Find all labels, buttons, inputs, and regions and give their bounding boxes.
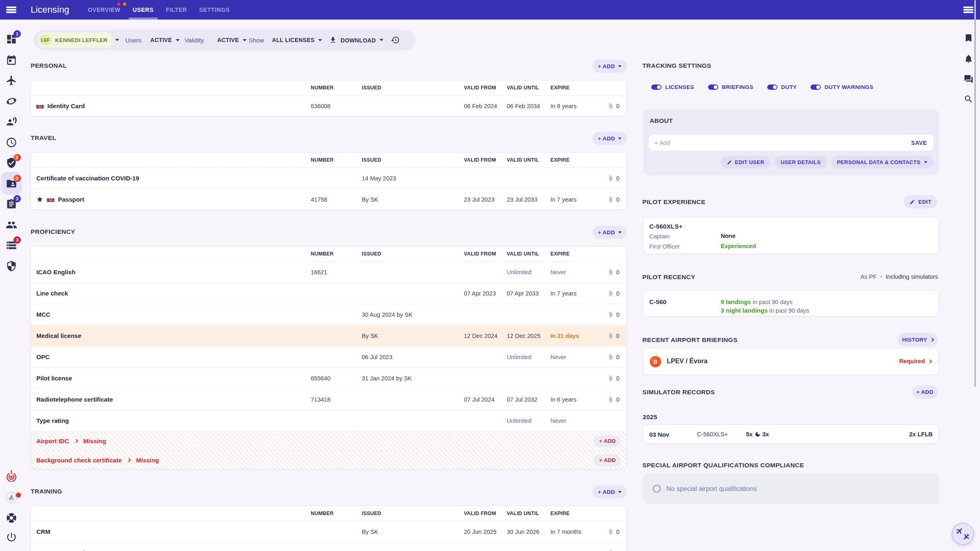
show-filter-label[interactable]: Show — [249, 37, 264, 44]
training-add-button[interactable]: + ADD — [592, 485, 627, 498]
tab-settings[interactable]: SETTINGS — [199, 0, 230, 20]
toggle-briefings[interactable]: BRIEFINGS — [708, 84, 753, 90]
overview-status-dots-icon — [117, 2, 126, 6]
user-chip[interactable]: LEF KENNEDI LEFFLER — [38, 32, 113, 48]
tab-users[interactable]: USERS — [133, 0, 154, 20]
bookmark-icon[interactable] — [964, 33, 973, 43]
attachments-cell[interactable]: 0 — [608, 175, 626, 182]
pilot-experience-edit-button[interactable]: EDIT — [904, 195, 937, 209]
as-pf-label[interactable]: As PF — [860, 273, 876, 280]
including-simulators-label[interactable]: Including simulators — [886, 273, 938, 280]
attachments-cell[interactable]: 0 — [608, 333, 626, 339]
about-input[interactable] — [649, 140, 911, 146]
attachments-cell[interactable]: 0 — [608, 529, 626, 535]
sidebar-item-alerts[interactable] — [6, 470, 17, 482]
sidebar-item-tasks[interactable]: 3 — [6, 198, 17, 210]
toggle-duty-warnings[interactable]: DUTY WARNINGS — [811, 84, 873, 90]
history-button[interactable]: HISTORY — [898, 333, 938, 347]
caret-down-icon — [924, 161, 927, 163]
table-row[interactable]: Pilot license 655640 31 Jan 2024 by SK 0 — [31, 367, 626, 389]
attachments-cell[interactable]: 0 — [608, 375, 626, 382]
sidebar-item-compliance[interactable]: 2 — [6, 157, 17, 169]
missing-license-row[interactable]: Airport IDCMissing + ADD — [31, 431, 626, 450]
table-row[interactable]: Type rating Unlimited Never — [31, 410, 626, 431]
user-details-button[interactable]: USER DETAILS — [775, 156, 827, 168]
sidebar-item-briefing[interactable] — [6, 116, 17, 127]
attachments-cell[interactable]: 0 — [608, 196, 626, 203]
download-button[interactable]: DOWNLOAD — [329, 36, 383, 44]
tab-overview[interactable]: OVERVIEW — [88, 0, 120, 20]
section-title-training: TRAINING — [31, 488, 62, 495]
proficiency-table: NUMBER ISSUED VALID FROM VALID UNTIL EXP… — [31, 246, 627, 469]
travel-add-button[interactable]: + ADD — [592, 132, 627, 145]
table-row[interactable]: OPC 06 Jul 2023 Unlimited Never 0 — [31, 346, 626, 367]
missing-add-button[interactable]: + ADD — [594, 454, 621, 467]
proficiency-add-button[interactable]: + ADD — [592, 226, 627, 239]
records-badge: 3 — [13, 236, 21, 244]
users-filter-label[interactable]: Users — [125, 37, 141, 44]
menu-icon[interactable] — [6, 7, 16, 13]
save-button[interactable]: SAVE — [911, 140, 927, 146]
tab-filter[interactable]: FILTER — [166, 0, 187, 20]
users-status-select[interactable]: ACTIVE — [150, 37, 180, 43]
validity-filter-label[interactable]: Validity — [185, 37, 204, 44]
table-row[interactable]: Line check 07 Apr 2023 07 Apr 2033 In 7 … — [31, 282, 626, 304]
compare-flights-fab[interactable] — [952, 523, 974, 545]
simulator-record-card[interactable]: 03 Nov C-560XLS+ 5x 3x 2x LFLB — [643, 424, 939, 444]
toggle-duty[interactable]: DUTY — [767, 84, 797, 90]
simulator-add-button[interactable]: + ADD — [912, 385, 938, 399]
sidebar-item-logout[interactable] — [6, 531, 17, 543]
scrollbar-thumb[interactable] — [974, 0, 976, 387]
airport-briefing-card[interactable]: B LPEV / Évora Required — [643, 348, 939, 375]
table-row[interactable]: CRM By SK 20 Jun 2025 30 Jun 2026 In 7 m… — [31, 521, 626, 542]
notifications-icon[interactable] — [964, 54, 973, 64]
messages-icon[interactable] — [964, 74, 973, 84]
table-row[interactable]: Identity Card 636008 06 Feb 2024 06 Feb … — [31, 95, 626, 116]
search-icon[interactable] — [964, 94, 973, 104]
attachments-cell[interactable]: 0 — [608, 269, 626, 276]
sidebar-item-help[interactable] — [6, 512, 17, 524]
history-icon[interactable] — [391, 36, 400, 44]
edit-user-button[interactable]: EDIT USER — [721, 156, 771, 168]
personal-add-button[interactable]: + ADD — [592, 60, 627, 73]
sidebar-item-routes[interactable] — [6, 96, 17, 107]
missing-license-row[interactable]: Background check certificateMissing + AD… — [31, 450, 626, 469]
table-row[interactable]: Certificate of vaccination COVID-19 14 M… — [31, 167, 626, 189]
table-row[interactable]: Radiotelephone certificate 713418 07 Jul… — [31, 389, 626, 410]
sidebar-item-dashboard[interactable]: 1 — [6, 33, 17, 45]
attachments-cell[interactable]: 0 — [608, 103, 626, 109]
table-row[interactable]: Dangerous goods By SK 02 Nov 2024 30 Nov… — [31, 542, 626, 551]
sidebar-item-licensing[interactable]: 3 — [6, 178, 17, 189]
toggle-licenses[interactable]: LICENSES — [651, 84, 694, 90]
attachments-cell[interactable]: 0 — [608, 396, 626, 403]
qualifications-empty-text: No special airport qualifications — [666, 485, 757, 493]
sidebar-item-calendar[interactable] — [6, 54, 17, 66]
sidebar-item-safety[interactable] — [6, 260, 17, 272]
sidebar-item-duty-time[interactable] — [6, 137, 17, 148]
licensing-app: { "topbar": { "title": "Licensing", "tab… — [0, 0, 980, 551]
right-menu-icon[interactable] — [963, 7, 973, 13]
table-row-expiring[interactable]: Medical license By SK 12 Dec 2024 12 Dec… — [31, 325, 626, 346]
paperclip-icon — [608, 396, 614, 402]
attachments-cell[interactable]: 0 — [608, 311, 626, 318]
tracking-toggles: LICENSES BRIEFINGS DUTY DUTY WARNINGS — [651, 84, 873, 90]
attachments-cell[interactable]: 0 — [608, 290, 626, 297]
moon-icon — [755, 431, 761, 437]
attachments-cell[interactable]: 0 — [608, 550, 626, 551]
licenses-select[interactable]: ALL LICENSES — [272, 37, 322, 43]
user-chip-caret-icon[interactable] — [115, 39, 119, 41]
recency-scope: As PF Including simulators — [860, 273, 938, 280]
table-row[interactable]: Passport 41758 By SK 23 Jul 2023 23 Jul … — [31, 189, 626, 210]
briefing-required-link[interactable]: Required — [899, 358, 931, 364]
qualifications-empty-card: No special airport qualifications — [643, 473, 939, 504]
personal-data-contacts-button[interactable]: PERSONAL DATA & CONTACTS — [831, 156, 933, 168]
table-row[interactable]: ICAO English 16621 Unlimited Never 0 — [31, 261, 626, 282]
table-row[interactable]: MCC 30 Aug 2024 by SK 0 — [31, 304, 626, 325]
attachments-cell[interactable]: 0 — [608, 354, 626, 360]
sidebar-item-flights[interactable] — [6, 75, 17, 86]
sidebar-item-crew[interactable] — [6, 219, 17, 231]
validity-select[interactable]: ACTIVE — [217, 37, 247, 43]
missing-add-button[interactable]: + ADD — [594, 435, 621, 447]
sidebar-item-records[interactable]: 3 — [6, 240, 17, 251]
filter-bar: LEF KENNEDI LEFFLER Users ACTIVE Validit… — [33, 30, 415, 50]
